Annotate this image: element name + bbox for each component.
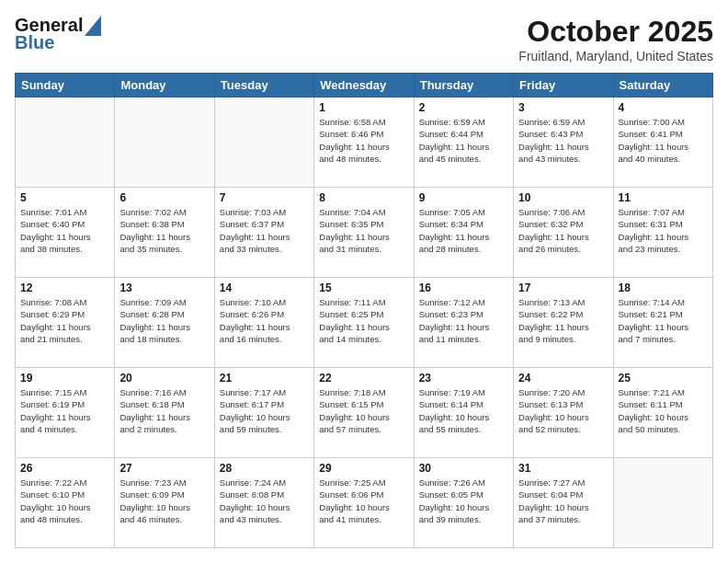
day-number: 10 (518, 191, 608, 204)
day-info: Sunrise: 7:27 AM Sunset: 6:04 PM Dayligh… (518, 477, 608, 525)
day-info: Sunrise: 6:59 AM Sunset: 6:43 PM Dayligh… (518, 116, 608, 165)
day-number: 1 (319, 101, 408, 114)
calendar-cell: 15Sunrise: 7:11 AM Sunset: 6:25 PM Dayli… (314, 278, 414, 368)
day-info: Sunrise: 7:01 AM Sunset: 6:40 PM Dayligh… (20, 206, 109, 255)
calendar-cell: 2Sunrise: 6:59 AM Sunset: 6:44 PM Daylig… (414, 98, 513, 188)
day-info: Sunrise: 7:26 AM Sunset: 6:05 PM Dayligh… (419, 477, 508, 525)
weekday-sunday: Sunday (16, 74, 115, 98)
day-number: 3 (518, 101, 608, 114)
logo: General Blue (15, 15, 101, 53)
day-info: Sunrise: 7:25 AM Sunset: 6:06 PM Dayligh… (319, 477, 408, 525)
day-number: 2 (419, 101, 508, 114)
day-number: 24 (518, 372, 608, 385)
day-number: 11 (619, 191, 708, 204)
weekday-saturday: Saturday (613, 74, 712, 98)
calendar-cell: 10Sunrise: 7:06 AM Sunset: 6:32 PM Dayli… (514, 188, 613, 278)
day-info: Sunrise: 7:18 AM Sunset: 6:15 PM Dayligh… (319, 386, 408, 435)
header: General Blue October 2025 Fruitland, Mar… (15, 15, 713, 63)
day-info: Sunrise: 7:16 AM Sunset: 6:18 PM Dayligh… (119, 386, 209, 435)
calendar-cell: 14Sunrise: 7:10 AM Sunset: 6:26 PM Dayli… (214, 278, 313, 368)
day-number: 6 (119, 191, 209, 204)
day-number: 9 (419, 191, 508, 204)
day-number: 7 (220, 191, 309, 204)
day-number: 12 (20, 282, 109, 294)
calendar-cell: 11Sunrise: 7:07 AM Sunset: 6:31 PM Dayli… (613, 188, 712, 278)
day-number: 30 (419, 462, 508, 475)
day-info: Sunrise: 7:24 AM Sunset: 6:08 PM Dayligh… (220, 477, 309, 525)
day-info: Sunrise: 6:58 AM Sunset: 6:46 PM Dayligh… (319, 116, 408, 165)
weekday-header-row: SundayMondayTuesdayWednesdayThursdayFrid… (16, 74, 713, 98)
day-number: 31 (518, 462, 608, 475)
week-row-1: 5Sunrise: 7:01 AM Sunset: 6:40 PM Daylig… (16, 188, 713, 278)
calendar-cell: 20Sunrise: 7:16 AM Sunset: 6:18 PM Dayli… (115, 368, 214, 458)
day-number: 22 (319, 372, 408, 385)
week-row-4: 26Sunrise: 7:22 AM Sunset: 6:10 PM Dayli… (16, 458, 713, 548)
day-number: 23 (419, 372, 508, 385)
day-info: Sunrise: 7:09 AM Sunset: 6:28 PM Dayligh… (119, 296, 209, 345)
title-block: October 2025 Fruitland, Maryland, United… (518, 15, 713, 63)
day-number: 17 (518, 282, 608, 294)
day-info: Sunrise: 7:23 AM Sunset: 6:09 PM Dayligh… (119, 477, 209, 525)
calendar-cell: 18Sunrise: 7:14 AM Sunset: 6:21 PM Dayli… (613, 278, 712, 368)
day-info: Sunrise: 7:20 AM Sunset: 6:13 PM Dayligh… (518, 386, 608, 435)
calendar-cell: 26Sunrise: 7:22 AM Sunset: 6:10 PM Dayli… (16, 458, 115, 548)
day-info: Sunrise: 7:08 AM Sunset: 6:29 PM Dayligh… (20, 296, 109, 345)
calendar-cell: 16Sunrise: 7:12 AM Sunset: 6:23 PM Dayli… (414, 278, 513, 368)
calendar-cell: 17Sunrise: 7:13 AM Sunset: 6:22 PM Dayli… (514, 278, 613, 368)
weekday-wednesday: Wednesday (314, 74, 414, 98)
day-number: 14 (220, 282, 309, 294)
calendar-cell: 19Sunrise: 7:15 AM Sunset: 6:19 PM Dayli… (16, 368, 115, 458)
day-info: Sunrise: 7:00 AM Sunset: 6:41 PM Dayligh… (619, 116, 708, 165)
calendar-cell (214, 98, 313, 188)
day-info: Sunrise: 7:19 AM Sunset: 6:14 PM Dayligh… (419, 386, 508, 435)
calendar-cell: 6Sunrise: 7:02 AM Sunset: 6:38 PM Daylig… (115, 188, 214, 278)
day-info: Sunrise: 7:04 AM Sunset: 6:35 PM Dayligh… (319, 206, 408, 255)
day-number: 29 (319, 462, 408, 475)
day-info: Sunrise: 7:22 AM Sunset: 6:10 PM Dayligh… (20, 477, 109, 525)
day-info: Sunrise: 7:15 AM Sunset: 6:19 PM Dayligh… (20, 386, 109, 435)
weekday-friday: Friday (514, 74, 613, 98)
calendar-cell: 13Sunrise: 7:09 AM Sunset: 6:28 PM Dayli… (115, 278, 214, 368)
day-number: 26 (20, 462, 109, 475)
day-number: 13 (119, 282, 209, 294)
day-number: 21 (220, 372, 309, 385)
weekday-monday: Monday (115, 74, 214, 98)
calendar-cell: 22Sunrise: 7:18 AM Sunset: 6:15 PM Dayli… (314, 368, 414, 458)
day-info: Sunrise: 7:13 AM Sunset: 6:22 PM Dayligh… (518, 296, 608, 345)
day-number: 4 (619, 101, 708, 114)
day-info: Sunrise: 7:17 AM Sunset: 6:17 PM Dayligh… (220, 386, 309, 435)
calendar-cell: 9Sunrise: 7:05 AM Sunset: 6:34 PM Daylig… (414, 188, 513, 278)
day-number: 16 (419, 282, 508, 294)
day-info: Sunrise: 7:05 AM Sunset: 6:34 PM Dayligh… (419, 206, 508, 255)
day-number: 8 (319, 191, 408, 204)
calendar-cell: 31Sunrise: 7:27 AM Sunset: 6:04 PM Dayli… (514, 458, 613, 548)
day-info: Sunrise: 6:59 AM Sunset: 6:44 PM Dayligh… (419, 116, 508, 165)
calendar-cell: 24Sunrise: 7:20 AM Sunset: 6:13 PM Dayli… (514, 368, 613, 458)
calendar-cell: 3Sunrise: 6:59 AM Sunset: 6:43 PM Daylig… (514, 98, 613, 188)
day-number: 5 (20, 191, 109, 204)
calendar-cell: 1Sunrise: 6:58 AM Sunset: 6:46 PM Daylig… (314, 98, 414, 188)
calendar-table: SundayMondayTuesdayWednesdayThursdayFrid… (15, 73, 713, 548)
day-number: 15 (319, 282, 408, 294)
day-number: 27 (119, 462, 209, 475)
week-row-0: 1Sunrise: 6:58 AM Sunset: 6:46 PM Daylig… (16, 98, 713, 188)
week-row-3: 19Sunrise: 7:15 AM Sunset: 6:19 PM Dayli… (16, 368, 713, 458)
svg-marker-0 (85, 16, 101, 36)
day-info: Sunrise: 7:11 AM Sunset: 6:25 PM Dayligh… (319, 296, 408, 345)
calendar-cell: 27Sunrise: 7:23 AM Sunset: 6:09 PM Dayli… (115, 458, 214, 548)
day-info: Sunrise: 7:14 AM Sunset: 6:21 PM Dayligh… (619, 296, 708, 345)
calendar-cell: 8Sunrise: 7:04 AM Sunset: 6:35 PM Daylig… (314, 188, 414, 278)
day-info: Sunrise: 7:06 AM Sunset: 6:32 PM Dayligh… (518, 206, 608, 255)
weekday-thursday: Thursday (414, 74, 513, 98)
calendar-cell: 4Sunrise: 7:00 AM Sunset: 6:41 PM Daylig… (613, 98, 712, 188)
calendar-cell: 30Sunrise: 7:26 AM Sunset: 6:05 PM Dayli… (414, 458, 513, 548)
calendar-cell: 12Sunrise: 7:08 AM Sunset: 6:29 PM Dayli… (16, 278, 115, 368)
calendar-cell: 5Sunrise: 7:01 AM Sunset: 6:40 PM Daylig… (16, 188, 115, 278)
month-title: October 2025 (518, 15, 713, 49)
day-number: 20 (119, 372, 209, 385)
page: General Blue October 2025 Fruitland, Mar… (0, 0, 728, 563)
week-row-2: 12Sunrise: 7:08 AM Sunset: 6:29 PM Dayli… (16, 278, 713, 368)
logo-blue: Blue (15, 32, 54, 53)
logo-triangle-icon (85, 16, 101, 36)
day-info: Sunrise: 7:12 AM Sunset: 6:23 PM Dayligh… (419, 296, 508, 345)
